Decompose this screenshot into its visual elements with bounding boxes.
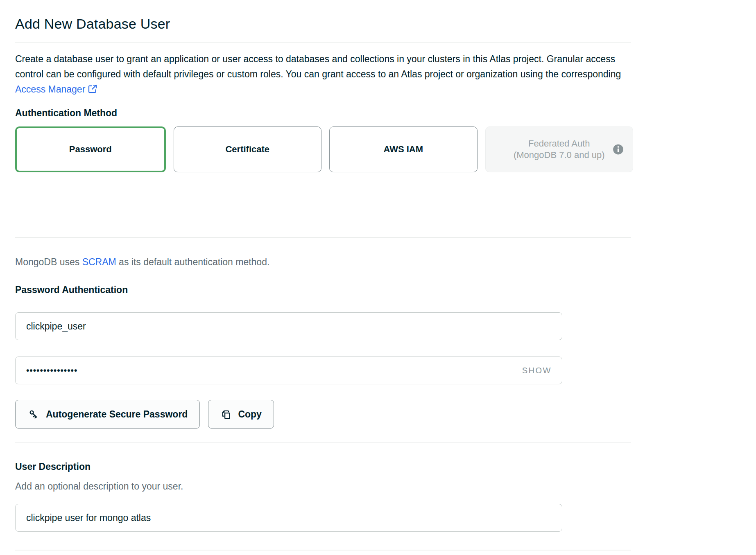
federated-auth-label-line2: (MongoDB 7.0 and up)	[514, 149, 605, 161]
auth-option-certificate[interactable]: Certificate	[174, 126, 322, 172]
authentication-method-heading: Authentication Method	[15, 107, 756, 119]
divider	[15, 442, 631, 443]
intro-text: Create a database user to grant an appli…	[15, 52, 629, 97]
autogenerate-password-button[interactable]: Autogenerate Secure Password	[15, 400, 200, 429]
user-description-input[interactable]	[15, 504, 562, 532]
user-description-heading: User Description	[15, 460, 756, 473]
copy-password-label: Copy	[238, 409, 262, 420]
auth-option-aws-iam[interactable]: AWS IAM	[329, 126, 478, 172]
divider	[15, 550, 631, 550]
autogenerate-password-label: Autogenerate Secure Password	[46, 409, 188, 420]
username-input[interactable]	[15, 312, 562, 340]
key-icon	[27, 408, 40, 420]
scram-note-after: as its default authentication method.	[116, 257, 270, 267]
copy-icon	[220, 408, 232, 420]
external-link-icon	[88, 84, 97, 94]
copy-password-button[interactable]: Copy	[208, 400, 274, 429]
auth-method-options: Password Certificate AWS IAM Federated A…	[15, 126, 633, 172]
password-actions: Autogenerate Secure Password Copy	[15, 400, 756, 429]
auth-option-password[interactable]: Password	[15, 126, 166, 172]
password-field-wrap: SHOW	[15, 356, 562, 384]
divider	[15, 42, 631, 43]
auth-option-federated-auth: Federated Auth (MongoDB 7.0 and up)	[485, 126, 634, 172]
federated-auth-label-line1: Federated Auth	[528, 138, 590, 149]
password-authentication-heading: Password Authentication	[15, 284, 756, 296]
show-password-button[interactable]: SHOW	[522, 366, 552, 375]
access-manager-link[interactable]: Access Manager	[15, 84, 97, 95]
password-input[interactable]	[15, 356, 562, 384]
divider	[15, 237, 631, 238]
user-description-subtext: Add an optional description to your user…	[15, 479, 756, 493]
scram-link[interactable]: SCRAM	[82, 257, 116, 267]
scram-note-before: MongoDB uses	[15, 257, 82, 267]
intro-text-body: Create a database user to grant an appli…	[15, 54, 621, 79]
add-new-database-user-panel: Add New Database User Create a database …	[0, 0, 756, 550]
info-icon[interactable]	[613, 144, 624, 155]
page-title: Add New Database User	[15, 15, 756, 33]
scram-note: MongoDB uses SCRAM as its default authen…	[15, 255, 756, 269]
